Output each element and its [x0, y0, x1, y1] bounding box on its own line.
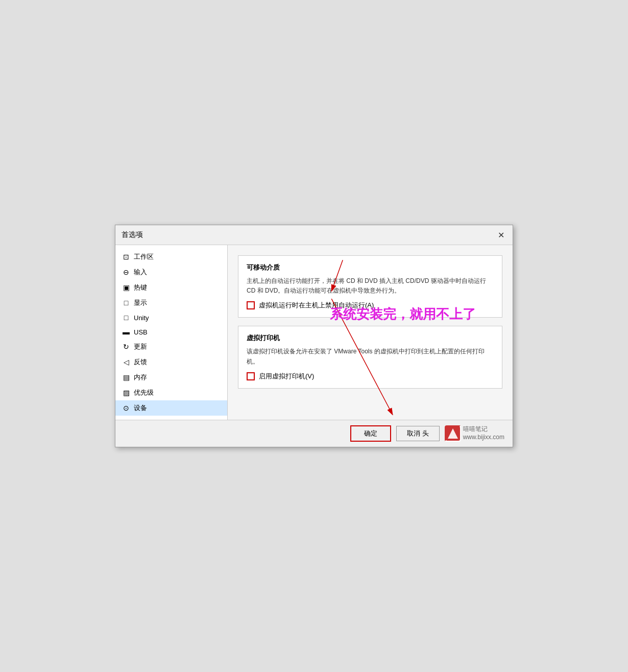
hotkey-icon: ▣ — [122, 283, 131, 292]
sidebar-item-label: 更新 — [134, 342, 147, 351]
sidebar-item-priority[interactable]: ▨ 优先级 — [115, 385, 227, 400]
watermark: 嘻嘻笔记 www.bijixx.com — [445, 425, 504, 442]
input-icon: ⊖ — [122, 268, 131, 276]
sidebar-item-label: 工作区 — [134, 252, 154, 261]
annotation-text: 系统安装完，就用不上了 — [330, 305, 476, 323]
watermark-line1: 嘻嘻笔记 — [463, 425, 504, 434]
close-button[interactable]: ✕ — [495, 229, 506, 241]
memory-icon: ▤ — [122, 373, 131, 381]
sidebar-item-workspace[interactable]: ⊡ 工作区 — [115, 249, 227, 265]
virtual-printer-checkbox-row: 启用虚拟打印机(V) — [247, 372, 494, 381]
watermark-url: www.bijixx.com — [463, 434, 504, 442]
sidebar-item-hotkey[interactable]: ▣ 热键 — [115, 280, 227, 295]
confirm-button[interactable]: 确定 — [350, 425, 391, 442]
priority-icon: ▨ — [122, 389, 131, 397]
sidebar-item-memory[interactable]: ▤ 内存 — [115, 370, 227, 385]
sidebar-item-unity[interactable]: □ Unity — [115, 310, 227, 325]
update-icon: ↻ — [122, 343, 131, 351]
virtual-printer-title: 虚拟打印机 — [247, 333, 494, 343]
sidebar-item-input[interactable]: ⊖ 输入 — [115, 265, 227, 280]
sidebar-item-display[interactable]: □ 显示 — [115, 295, 227, 310]
sidebar-item-label: USB — [134, 328, 148, 336]
virtual-printer-checkbox-label: 启用虚拟打印机(V) — [259, 372, 314, 381]
preferences-dialog: 首选项 ✕ ⊡ 工作区 ⊖ 输入 ▣ 热键 □ 显示 □ — [115, 225, 513, 447]
removable-media-desc: 主机上的自动运行功能打开，并在将 CD 和 DVD 插入主机 CD/DVD 驱动… — [247, 276, 494, 296]
workspace-icon: ⊡ — [122, 253, 131, 261]
usb-icon: ▬ — [122, 328, 131, 336]
removable-media-title: 可移动介质 — [247, 263, 494, 272]
sidebar: ⊡ 工作区 ⊖ 输入 ▣ 热键 □ 显示 □ Unity ▬ USB — [115, 245, 228, 420]
cancel-button[interactable]: 取消 头 — [396, 426, 440, 441]
sidebar-item-label: 内存 — [134, 373, 147, 382]
dialog-footer: 确定 取消 头 嘻嘻笔记 www.bijixx.com — [115, 420, 513, 447]
sidebar-item-label: 优先级 — [134, 388, 154, 397]
dialog-title: 首选项 — [122, 230, 143, 239]
virtual-printer-desc: 该虚拟打印机设备允许在安装了 VMware Tools 的虚拟机中打印到主机上配… — [247, 347, 494, 366]
display-icon: □ — [122, 299, 131, 307]
cancel-label: 取消 头 — [407, 429, 429, 437]
sidebar-item-feedback[interactable]: ◁ 反馈 — [115, 354, 227, 370]
dialog-body: ⊡ 工作区 ⊖ 输入 ▣ 热键 □ 显示 □ Unity ▬ USB — [115, 245, 513, 420]
sidebar-item-label: 反馈 — [134, 357, 147, 367]
virtual-printer-section: 虚拟打印机 该虚拟打印机设备允许在安装了 VMware Tools 的虚拟机中打… — [238, 326, 502, 388]
sidebar-item-label: 设备 — [134, 403, 147, 413]
content-area: 可移动介质 主机上的自动运行功能打开，并在将 CD 和 DVD 插入主机 CD/… — [228, 245, 513, 420]
sidebar-item-label: 显示 — [134, 298, 147, 307]
title-bar: 首选项 ✕ — [115, 225, 513, 245]
sidebar-item-usb[interactable]: ▬ USB — [115, 325, 227, 339]
sidebar-item-device[interactable]: ⊙ 设备 — [115, 400, 227, 416]
watermark-logo — [445, 425, 461, 442]
virtual-printer-checkbox[interactable] — [247, 372, 255, 380]
device-icon: ⊙ — [122, 404, 131, 412]
sidebar-item-label: Unity — [134, 314, 149, 322]
autorun-checkbox[interactable] — [247, 301, 255, 309]
watermark-text: 嘻嘻笔记 www.bijixx.com — [463, 425, 504, 441]
unity-icon: □ — [122, 314, 131, 322]
sidebar-item-label: 输入 — [134, 268, 147, 277]
feedback-icon: ◁ — [122, 358, 131, 366]
sidebar-item-label: 热键 — [134, 283, 147, 292]
sidebar-item-update[interactable]: ↻ 更新 — [115, 339, 227, 354]
